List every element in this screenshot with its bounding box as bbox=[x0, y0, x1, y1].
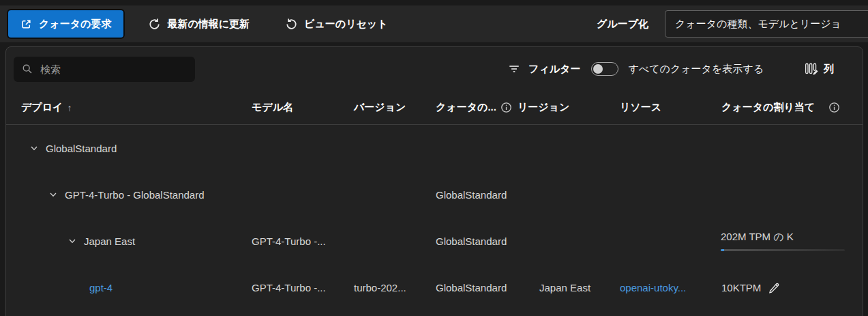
model-cell: GPT-4-Turbo -... bbox=[246, 264, 348, 311]
header-region-label: リージョン bbox=[518, 101, 569, 114]
resource-link[interactable]: openai-utoky... bbox=[620, 282, 686, 293]
column-header-resource[interactable]: リソース bbox=[614, 91, 715, 124]
show-all-toggle-label[interactable]: すべてのクォータを表示する bbox=[628, 63, 764, 76]
group-by-label: グループ化 bbox=[597, 5, 648, 42]
filter-label[interactable]: フィルター bbox=[528, 63, 580, 76]
sort-ascending-icon: ↑ bbox=[67, 102, 72, 113]
reset-view-button[interactable]: ビューのリセット bbox=[281, 17, 391, 31]
allocation-text: 202M TPM の K bbox=[721, 231, 794, 244]
column-header-allocation[interactable]: クォータの割り当て bbox=[715, 91, 863, 124]
chevron-down-icon[interactable] bbox=[68, 236, 77, 246]
column-header-quota-type[interactable]: クォータの... bbox=[430, 91, 512, 124]
header-model-label: モデル名 bbox=[252, 101, 293, 114]
group-label: GPT-4-Turbo - GlobalStandard bbox=[65, 189, 205, 201]
header-allocation-label: クォータの割り当て bbox=[721, 101, 815, 114]
info-icon[interactable] bbox=[828, 102, 840, 113]
open-in-new-icon bbox=[20, 18, 32, 30]
chevron-down-icon[interactable] bbox=[48, 190, 58, 199]
refresh-icon bbox=[148, 18, 161, 31]
columns-label: 列 bbox=[824, 63, 834, 76]
reset-view-icon bbox=[285, 18, 298, 31]
toggle-knob bbox=[593, 64, 603, 74]
group-label: Japan East bbox=[84, 235, 135, 247]
filter-group: フィルター すべてのクォータを表示する bbox=[508, 62, 764, 76]
panel-toolbar: フィルター すべてのクォータを表示する 列 bbox=[6, 47, 863, 91]
version-cell: turbo-202... bbox=[348, 264, 430, 311]
quota-usage-progressbar bbox=[721, 249, 845, 251]
resource-cell: openai-utoky... bbox=[614, 264, 715, 311]
quota-type-cell: GlobalStandard bbox=[430, 171, 512, 218]
search-box[interactable] bbox=[14, 57, 195, 82]
request-quota-label: クォータの要求 bbox=[39, 18, 111, 31]
deployment-link[interactable]: gpt-4 bbox=[89, 282, 113, 293]
info-icon[interactable] bbox=[500, 102, 512, 113]
header-deploy-label: デプロイ bbox=[21, 101, 63, 114]
group-label: GlobalStandard bbox=[46, 143, 117, 154]
allocation-text: 10KTPM bbox=[721, 282, 761, 293]
header-quota-type-label: クォータの... bbox=[436, 101, 496, 114]
allocation-cell: 202M TPM の K bbox=[715, 218, 863, 264]
quota-usage-progress-fill bbox=[721, 249, 724, 251]
refresh-label: 最新の情報に更新 bbox=[167, 18, 250, 31]
filter-icon[interactable] bbox=[508, 63, 520, 75]
edit-quota-pencil-icon[interactable] bbox=[768, 281, 780, 293]
edit-columns-icon bbox=[805, 62, 818, 76]
quota-type-cell: GlobalStandard bbox=[430, 264, 512, 311]
search-input[interactable] bbox=[39, 63, 195, 76]
column-header-model[interactable]: モデル名 bbox=[246, 91, 348, 124]
column-header-deploy[interactable]: デプロイ ↑ bbox=[6, 91, 246, 124]
header-version-label: バージョン bbox=[354, 101, 406, 114]
table-row[interactable]: GlobalStandard bbox=[6, 125, 863, 171]
top-toolbar: クォータの要求 最新の情報に更新 ビューのリセット グループ化 クォータの種類、… bbox=[0, 5, 868, 42]
table-row[interactable]: GPT-4-Turbo - GlobalStandard GlobalStand… bbox=[6, 171, 863, 218]
allocation-cell: 10KTPM bbox=[715, 264, 863, 311]
reset-view-label: ビューのリセット bbox=[304, 18, 387, 31]
region-cell: Japan East bbox=[512, 264, 614, 311]
request-quota-button[interactable]: クォータの要求 bbox=[8, 10, 123, 38]
columns-button[interactable]: 列 bbox=[805, 62, 834, 76]
search-icon bbox=[22, 63, 33, 74]
refresh-button[interactable]: 最新の情報に更新 bbox=[144, 17, 254, 31]
header-resource-label: リソース bbox=[620, 101, 661, 114]
table-row[interactable]: gpt-4 GPT-4-Turbo -... turbo-202... Glob… bbox=[6, 264, 863, 311]
chevron-down-icon[interactable] bbox=[29, 143, 39, 153]
group-by-value: クォータの種類、モデルとリージョ bbox=[675, 18, 841, 31]
model-cell: GPT-4-Turbo -... bbox=[246, 218, 348, 264]
column-header-region[interactable]: リージョン bbox=[512, 91, 614, 124]
quota-type-cell: GlobalStandard bbox=[430, 218, 512, 264]
table-row[interactable]: Japan East GPT-4-Turbo -... GlobalStanda… bbox=[6, 218, 863, 264]
table-header-row: デプロイ ↑ モデル名 バージョン クォータの... リージョン リソース クォ… bbox=[6, 91, 863, 125]
quota-panel: フィルター すべてのクォータを表示する 列 デプロイ ↑ モ bbox=[5, 46, 863, 316]
show-all-quota-toggle[interactable] bbox=[591, 62, 618, 76]
column-header-version[interactable]: バージョン bbox=[348, 91, 430, 124]
group-by-select[interactable]: クォータの種類、モデルとリージョ bbox=[665, 10, 868, 38]
